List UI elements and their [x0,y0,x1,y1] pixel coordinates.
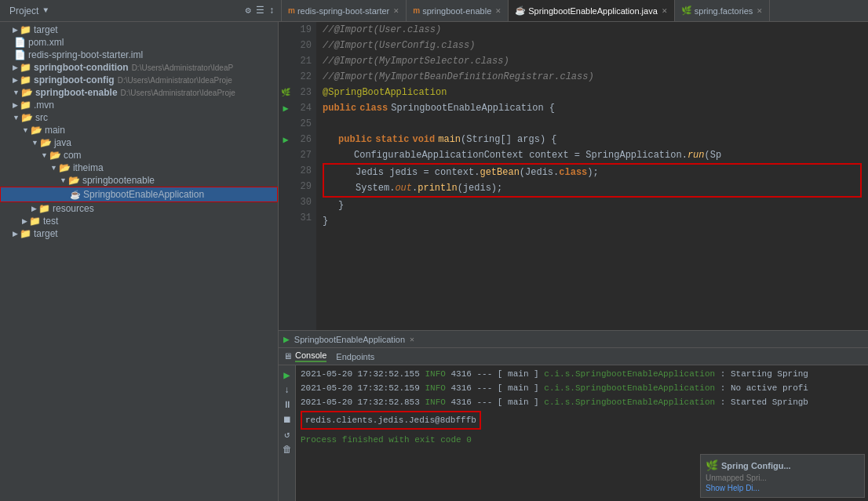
log-line-1: 2021-05-20 17:32:52.155 INFO 4316 --- [ … [301,367,863,381]
tab-close-icon[interactable]: ✕ [393,7,399,15]
tree-item-config[interactable]: ▶ 📁 springboot-config D:\Users\Administr… [0,74,278,86]
tab-redis-starter[interactable]: m redis-spring-boot-starter ✕ [282,0,407,21]
jedis-output: redis.clients.jedis.Jedis@8dbfffb [301,411,481,430]
run-rerun-btn[interactable]: ↺ [284,429,290,441]
tab-close2-icon[interactable]: ✕ [495,7,501,15]
run-output: 2021-05-20 17:32:52.155 INFO 4316 --- [ … [296,365,868,501]
tree-item-springbootenable[interactable]: ▼ 📂 springbootenable [0,174,278,187]
code-line-30: } [323,198,862,213]
code-line-21: //@Import(MyImportSelector.class) [323,53,862,69]
folder-open-icon: 📂 [31,125,42,136]
tree-label: springboot-enable [35,87,118,98]
code-line-24: public class SpringbootEnableApplication… [323,100,862,116]
folder-icon: 📁 [20,24,31,35]
code-gutter: 🌿 ▶ ▶ [279,22,293,330]
arrow-down-icon: ▼ [41,151,48,159]
run-title: SpringbootEnableApplication [294,335,405,344]
folder-icon: 📁 [20,74,31,85]
project-label: Project [9,5,38,16]
tab-springboot-label: springboot-enable [422,6,491,16]
folder-open-icon: 📂 [49,150,61,161]
code-line-26: public static void main (String[] args) … [323,132,862,147]
tab-java-file[interactable]: ☕ SpringbootEnableApplication.java ✕ [509,0,675,21]
tree-item-enable[interactable]: ▼ 📂 springboot-enable D:\Users\Administr… [0,86,278,99]
code-highlight-block: Jedis jedis = context. getBean (Jedis. c… [323,163,862,198]
folder-icon: 📁 [29,216,41,227]
tree-label: test [43,216,58,227]
tree-label: springboot-condition [34,62,129,73]
popup-body: Unmapped Spri... [706,474,859,482]
spring-config-popup: 🌿 Spring Configu... Unmapped Spri... Sho… [700,454,865,498]
run-gutter-icon2[interactable]: ▶ [283,134,288,146]
tree-item-java[interactable]: ▼ 📂 java [0,136,278,149]
tree-item-src[interactable]: ▼ 📂 src [0,111,278,124]
tree-label: redis-spring-boot-starter.iml [28,49,143,60]
file-xml-icon: 📄 [14,37,26,48]
tab-spring-label: spring.factories [695,6,753,16]
run-stop-btn[interactable]: ⏹ [283,414,292,426]
project-panel: ▶ 📁 target 📄 pom.xml 📄 redis-spring-boot… [0,22,279,501]
tab-console[interactable]: Console [295,350,326,362]
arrow-icon: ▶ [13,26,18,34]
sort-icon[interactable]: ↕ [269,5,275,16]
log-line-3: 2021-05-20 17:32:52.853 INFO 4316 --- [ … [301,395,863,409]
run-play-btn[interactable]: ▶ [283,368,290,382]
folder-open-icon: 📂 [40,137,52,148]
log-line-2: 2021-05-20 17:32:52.159 INFO 4316 --- [ … [301,381,863,395]
tree-item-com[interactable]: ▼ 📂 com [0,149,278,162]
tree-label: main [45,125,65,136]
run-pause-btn[interactable]: ⏸ [283,399,292,411]
tree-label: resources [53,203,94,214]
arrow-icon: ▶ [31,205,37,212]
tree-label: java [54,137,71,148]
run-header: ▶ SpringbootEnableApplication ✕ [279,331,868,348]
tab-endpoints[interactable]: Endpoints [336,352,374,361]
run-filter-btn[interactable]: 🗑 [283,444,292,456]
folder-open-icon: 📂 [68,175,80,186]
tree-item-resources[interactable]: ▶ 📁 resources [0,202,278,215]
project-dropdown-icon[interactable]: ▼ [43,6,48,15]
tree-label: .mvn [34,100,54,111]
tree-item-iml[interactable]: 📄 redis-spring-boot-starter.iml [0,49,278,61]
tab-spring-icon: 🌿 [681,5,692,16]
tab-spring-factories[interactable]: 🌿 spring.factories ✕ [675,0,771,21]
spring-gutter-icon: 🌿 [281,88,290,97]
code-line-29: System. out . println (jedis); [324,180,860,196]
tree-item-main[interactable]: ▼ 📂 main [0,124,278,136]
code-line-22: //@Import(MyImportBeanDefinitionRegistra… [323,69,862,85]
java-class-icon: ☕ [70,190,81,200]
tree-item-pom[interactable]: 📄 pom.xml [0,36,278,49]
popup-title: Spring Configu... [721,461,791,470]
tree-path: D:\Users\Administrator\IdeaProje [118,76,232,85]
tab-close4-icon[interactable]: ✕ [757,7,763,15]
run-close-icon[interactable]: ✕ [410,335,414,344]
arrow-down-icon: ▼ [13,114,20,122]
tree-label: springboot-config [34,74,115,85]
run-gutter-icon[interactable]: ▶ [283,103,288,114]
tab-close3-icon[interactable]: ✕ [662,7,668,15]
run-down-btn[interactable]: ↓ [284,385,290,396]
settings-icon[interactable]: ⚙ [246,5,251,16]
code-line-28: Jedis jedis = context. getBean (Jedis. c… [324,165,860,180]
top-bar: Project ▼ ⚙ ☰ ↕ m redis-spring-boot-star… [0,0,868,22]
tree-item-target[interactable]: ▶ 📁 target [0,24,278,36]
tree-path: D:\Users\Administrator\IdeaP [132,64,234,72]
expand-icon[interactable]: ☰ [256,5,264,16]
code-line-31: } [323,213,862,229]
tab-springboot-enable[interactable]: m springboot-enable ✕ [407,0,509,21]
tree-item-target2[interactable]: ▶ 📁 target [0,227,278,240]
tree-label: com [64,150,82,161]
tree-item-mvn[interactable]: ▶ 📁 .mvn [0,99,278,111]
tree-label: src [35,112,48,123]
arrow-icon: ▶ [22,217,27,225]
tab-m-icon: m [288,6,295,15]
tree-item-test[interactable]: ▶ 📁 test [0,215,278,227]
arrow-down-icon: ▼ [31,139,38,147]
tree-label: target [34,228,58,239]
tree-item-app-class[interactable]: ☕ SpringbootEnableApplication [0,187,278,202]
tree-item-condition[interactable]: ▶ 📁 springboot-condition D:\Users\Admini… [0,61,278,74]
tree-item-itheima[interactable]: ▼ 📂 itheima [0,162,278,174]
popup-link[interactable]: Show Help Di... [706,484,859,492]
spring-leaf-icon: 🌿 [706,459,718,472]
exit-msg-line: Process finished with exit code 0 [301,433,863,447]
